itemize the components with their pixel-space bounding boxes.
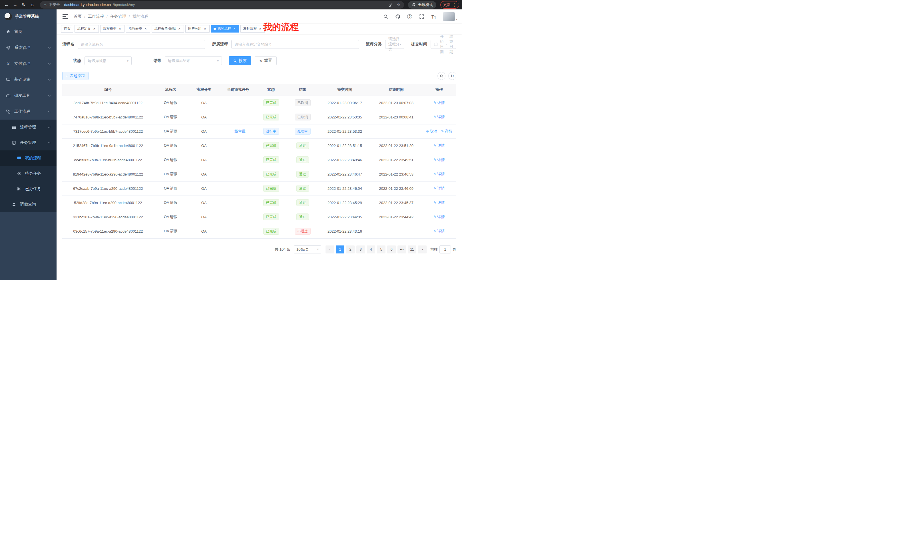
page-button-3[interactable]: 3 bbox=[356, 246, 365, 253]
sidebar-item-task-management[interactable]: 任务管理 bbox=[0, 135, 57, 150]
status-tag: 已完成 bbox=[263, 114, 279, 120]
breadcrumb-workflow[interactable]: 工作流程 bbox=[88, 14, 104, 19]
end-time: 2022-01-22 23:45:37 bbox=[379, 201, 414, 205]
help-icon[interactable]: ? bbox=[407, 14, 412, 19]
detail-link[interactable]: ✎详情 bbox=[434, 200, 445, 205]
detail-link[interactable]: ✎详情 bbox=[434, 214, 445, 220]
sidebar-item-payment[interactable]: ¥ 支付管理 bbox=[0, 55, 57, 72]
current-task-link[interactable]: 一级审批 bbox=[231, 129, 246, 133]
close-icon[interactable]: × bbox=[232, 27, 236, 31]
detail-link[interactable]: ✎详情 bbox=[434, 143, 445, 148]
start-process-button[interactable]: + 发起流程 bbox=[62, 72, 88, 80]
key-icon[interactable] bbox=[388, 2, 393, 8]
star-icon[interactable]: ☆ bbox=[397, 2, 400, 7]
sidebar-item-leave-query[interactable]: 请假查询 bbox=[0, 197, 57, 212]
detail-link[interactable]: ✎详情 bbox=[434, 100, 445, 105]
close-icon[interactable]: × bbox=[144, 27, 148, 31]
next-page-button[interactable]: › bbox=[418, 246, 427, 253]
filter-row-2: 状态 请选择状态 ▾ 结果 请选择流结果 ▾ 搜索 ↻ bbox=[62, 56, 456, 65]
more-pages-button[interactable]: ••• bbox=[398, 246, 406, 253]
breadcrumb-task-management[interactable]: 任务管理 bbox=[110, 14, 126, 19]
sidebar-item-infrastructure[interactable]: 基础设施 bbox=[0, 72, 57, 88]
breadcrumb-home[interactable]: 首页 bbox=[74, 14, 82, 19]
detail-link[interactable]: ✎详情 bbox=[441, 129, 452, 134]
tab-home[interactable]: 首页 bbox=[61, 25, 73, 33]
goto-page-input[interactable] bbox=[440, 246, 451, 253]
sidebar-item-workflow[interactable]: 工作流程 bbox=[0, 103, 57, 120]
detail-link[interactable]: ✎详情 bbox=[434, 114, 445, 120]
detail-link[interactable]: ✎详情 bbox=[434, 229, 445, 234]
page-button-11[interactable]: 11 bbox=[408, 246, 416, 253]
page-size-select[interactable]: 10条/页 ▾ bbox=[294, 246, 321, 253]
process-name-input[interactable] bbox=[78, 40, 205, 49]
status-select[interactable]: 请选择状态 ▾ bbox=[84, 56, 132, 65]
close-icon[interactable]: × bbox=[258, 27, 262, 31]
detail-link[interactable]: ✎详情 bbox=[434, 157, 445, 162]
tab-my-process[interactable]: 我的流程× bbox=[211, 25, 239, 33]
font-size-icon[interactable]: TT bbox=[431, 14, 436, 19]
cancel-link[interactable]: ⊘取消 bbox=[426, 129, 437, 134]
calendar-icon bbox=[434, 42, 438, 46]
detail-link[interactable]: ✎详情 bbox=[434, 186, 445, 191]
page-button-5[interactable]: 5 bbox=[377, 246, 386, 253]
tab-start-process[interactable]: 发起流程× bbox=[240, 25, 265, 33]
chevron-up-icon bbox=[48, 111, 51, 113]
status-tag: 已完成 bbox=[263, 156, 279, 163]
reload-icon[interactable]: ↻ bbox=[20, 1, 27, 9]
reset-button[interactable]: ↻ 重置 bbox=[255, 56, 277, 65]
sidebar-item-devtools[interactable]: 研发工具 bbox=[0, 88, 57, 103]
process-definition-input[interactable] bbox=[231, 40, 358, 49]
sidebar-item-home[interactable]: 首页 bbox=[0, 24, 57, 40]
hamburger-icon[interactable] bbox=[60, 12, 70, 21]
avatar[interactable] bbox=[443, 12, 455, 21]
result-select[interactable]: 请选择流结果 ▾ bbox=[165, 56, 222, 65]
search-button[interactable]: 搜索 bbox=[229, 56, 251, 65]
back-icon[interactable]: ← bbox=[3, 1, 10, 9]
refresh-list-button[interactable]: ↻ bbox=[448, 72, 456, 80]
page-button-2[interactable]: 2 bbox=[346, 246, 355, 253]
page-button-6[interactable]: 6 bbox=[387, 246, 396, 253]
show-search-button[interactable] bbox=[438, 72, 446, 80]
total-count: 共 104 条 bbox=[274, 247, 290, 252]
tab-process-form-edit[interactable]: 流程表单-编辑× bbox=[152, 25, 184, 33]
user-menu[interactable]: ▾ bbox=[443, 12, 458, 21]
close-icon[interactable]: × bbox=[118, 27, 122, 31]
url-path[interactable]: /bpm/task/my bbox=[113, 3, 135, 7]
search-icon[interactable] bbox=[383, 14, 388, 19]
close-icon[interactable]: × bbox=[203, 27, 207, 31]
page-button-1[interactable]: 1 bbox=[336, 246, 344, 253]
logo[interactable]: 芋道管理系统 bbox=[0, 9, 57, 24]
gear-icon bbox=[6, 45, 11, 50]
sidebar-item-process-management[interactable]: 流程管理 bbox=[0, 120, 57, 135]
sidebar-item-done-tasks[interactable]: 已办任务 bbox=[0, 181, 57, 197]
prev-page-button[interactable]: ‹ bbox=[326, 246, 334, 253]
home-icon[interactable]: ⌂ bbox=[28, 1, 36, 9]
detail-link[interactable]: ✎详情 bbox=[434, 172, 445, 177]
submit-time-range-picker[interactable]: 开始日期 - 结束日期 bbox=[430, 40, 456, 49]
page-button-4[interactable]: 4 bbox=[367, 246, 375, 253]
browser-menu-icon[interactable]: ⋮ bbox=[452, 3, 456, 7]
forward-icon[interactable]: → bbox=[11, 1, 19, 9]
caret-down-icon: ▾ bbox=[217, 59, 219, 63]
edit-icon: ✎ bbox=[434, 201, 436, 205]
table-row: 819442e8-7b9a-11ec-a290-acde48001122 OA … bbox=[62, 167, 456, 181]
address-bar[interactable]: ⚠ 不安全 dashboard.yudao.iocoder.cn /bpm/ta… bbox=[40, 1, 404, 9]
submit-time: 2022-01-22 23:43:16 bbox=[327, 229, 362, 234]
tab-process-definition[interactable]: 流程定义× bbox=[75, 25, 99, 33]
tab-process-form[interactable]: 流程表单× bbox=[126, 25, 150, 33]
tab-process-model[interactable]: 流程模型× bbox=[100, 25, 124, 33]
close-icon[interactable]: × bbox=[177, 27, 182, 31]
close-icon[interactable]: × bbox=[92, 27, 96, 31]
fullscreen-icon[interactable] bbox=[419, 14, 424, 19]
url-domain[interactable]: dashboard.yudao.iocoder.cn bbox=[64, 3, 111, 7]
tab-user-group[interactable]: 用户分组× bbox=[185, 25, 210, 33]
sidebar-item-system[interactable]: 系统管理 bbox=[0, 40, 57, 55]
security-label[interactable]: 不安全 bbox=[49, 2, 60, 7]
sidebar-item-my-process[interactable]: 我的流程 bbox=[0, 150, 57, 166]
page-header: 首页 / 工作流程 / 任务管理 / 我的流程 ? bbox=[57, 9, 462, 24]
category-select[interactable]: 请选择流程分类 ▾ bbox=[385, 40, 404, 49]
sidebar-item-todo-tasks[interactable]: 待办任务 bbox=[0, 166, 57, 181]
end-time: 2022-01-22 23:44:42 bbox=[379, 215, 414, 219]
update-button[interactable]: 更新 ⋮ bbox=[440, 1, 459, 9]
github-icon[interactable] bbox=[395, 14, 400, 19]
